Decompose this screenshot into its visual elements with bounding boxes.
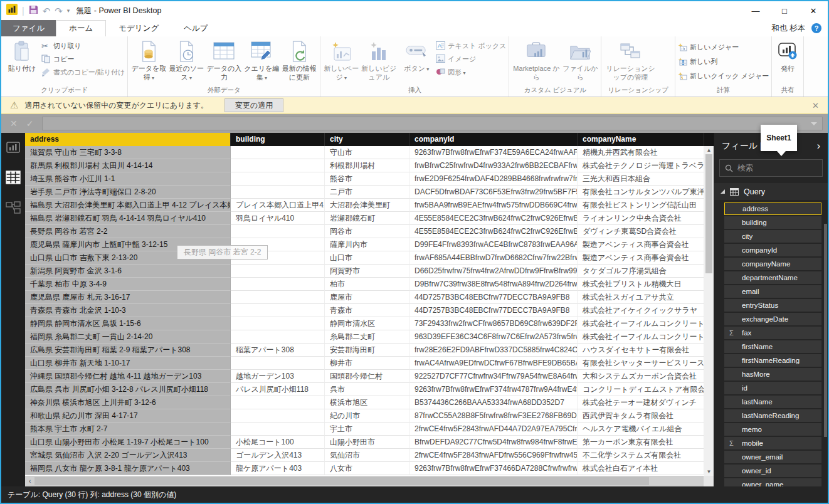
cell-city[interactable]: 柳井市 [325,357,409,370]
formula-expand-icon[interactable] [811,122,817,125]
vertical-scrollbar[interactable]: ▲ ▼ [704,146,714,476]
cell-companyId[interactable]: DACF5DfrwBDAF73C6F53Efrw3frw29frw5BF7F5D [409,186,578,199]
refresh-button[interactable]: 最新の情報に更新 [281,38,317,82]
cell-city[interactable]: 呉市 [325,383,409,396]
cell-companyId[interactable]: BfrwDEFDA92C77Cfrw5D4frw8frw984frwF8frwE… [409,436,578,449]
model-view-button[interactable] [6,201,21,214]
cell-companyName[interactable]: 三光大和西日本組合 [578,172,704,186]
vertical-scroll-thumb[interactable] [705,154,712,273]
new-page-button[interactable]: 新しいページ [323,38,359,82]
cell-city[interactable]: 宇土市 [325,423,409,436]
cell-companyId[interactable]: 2frwCE4frw5F2843frwAFDfrw556C969Ffrwfrw4… [409,449,578,462]
new-column-button[interactable]: 新しい列 [678,56,769,67]
tab-file[interactable]: ファイル [1,20,56,36]
cell-companyName[interactable]: ダヴィンチ東葛SD合資会社 [578,225,704,238]
cell-companyName[interactable]: 有限会社ピストンリング信託山田 [578,199,704,212]
help-icon[interactable]: ? [811,23,821,33]
cell-city[interactable]: 利根郡川場村 [325,159,409,172]
cell-city[interactable]: 山陽小野田市 [325,436,409,449]
cell-building[interactable]: 羽鳥ロイヤル410 [231,212,325,225]
scroll-up-icon[interactable]: ▲ [707,147,712,153]
cell-companyId[interactable]: D66D25frwfrw75frw4frw2AfrwDDfrw9FfrwBfrw… [409,265,578,278]
field-item-hasMore[interactable]: hasMore [724,368,821,381]
format-painter-button[interactable]: 書式のコピー/貼り付け [41,67,125,78]
new-quick-measure-button[interactable]: 新しいクイック メジャー [678,71,769,81]
cell-building[interactable]: 龍ケ原アパート403 [231,462,325,475]
tab-modeling[interactable]: モデリング [106,20,171,36]
scroll-left-icon[interactable]: ‹ [25,478,34,485]
cell-address[interactable]: 滋賀県 守山市 三宅町 3-3-8 [25,146,231,159]
field-item-email[interactable]: email [724,285,821,298]
tab-help[interactable]: ヘルプ [171,20,220,36]
cell-companyName[interactable]: ヘルスケア電機バイエル組合 [578,423,704,436]
minimize-button[interactable]: — [741,1,770,20]
field-item-owner_name[interactable]: owner_name [724,478,821,486]
field-search-input[interactable]: 検索 [719,159,823,177]
field-item-owner_email[interactable]: owner_email [724,451,821,463]
new-visual-button[interactable]: 新しいビジュアル [361,38,397,82]
cell-companyName[interactable]: 有限会社シヤッターサービスリース [578,357,704,370]
cell-city[interactable]: 糸島郡二丈町 [325,330,409,344]
field-item-fax[interactable]: Σfax [724,327,821,339]
cell-city[interactable]: 国頭郡今帰仁村 [325,370,409,383]
cell-address[interactable]: 青森県 青森市 北金沢 1-10-3 [25,304,231,317]
cell-companyName[interactable]: 西武伊賀キタムラ有限会社 [578,409,704,423]
cell-city[interactable]: 岡谷市 [325,225,409,238]
field-item-id[interactable]: id [724,382,821,394]
cell-companyId[interactable]: 9263frw7Bfrw8frwEfrwF374frw4787frw9A4frw… [409,383,578,396]
cell-companyId[interactable]: 9263frw7Bfrw8frwEfrwF37466DA7288Cfrwfrwf… [409,462,578,475]
cell-address[interactable]: 広島県 安芸郡海田町 稲葉 2-9 稲葉アパート308 [25,344,231,357]
cell-address[interactable]: 埼玉県 熊谷市 小江川 1-1 [25,172,231,186]
cell-companyName[interactable]: ハウスダイセキサトー有限会社 [578,344,704,357]
cell-companyName[interactable]: タケダゴルフ序湯気組合 [578,265,704,278]
field-item-departmentName[interactable]: departmentName [724,271,821,284]
cell-companyId[interactable]: 963D39EFE36C34C6F8frw7C6Efrw2A573frw5frw [409,330,578,344]
cell-address[interactable]: 和歌山県 紀の川市 深田 4-17-17 [25,409,231,423]
apply-changes-button[interactable]: 変更の適用 [224,98,283,112]
collapse-panel-icon[interactable]: › [817,141,820,151]
formula-input[interactable] [42,117,823,130]
paste-button[interactable]: 貼り付け [4,38,40,73]
image-button[interactable]: イメージ [436,54,506,65]
cell-building[interactable] [231,330,325,344]
cell-companyId[interactable]: frw5BAA9frwB9EAEfrw4frw575frwDDB669C4frw… [409,199,578,212]
cell-building[interactable] [231,225,325,238]
cell-companyName[interactable]: 株式会社テーオー建材ダヴィンチ [578,396,704,409]
new-measure-button[interactable]: 新しいメジャー [678,42,769,53]
cell-building[interactable] [231,317,325,330]
cell-building[interactable] [231,357,325,370]
cell-companyId[interactable]: frwE2D9F6254frwDAF4D289BB4668frwfrwfrw7f… [409,172,578,186]
cell-city[interactable]: 鹿屋市 [325,291,409,304]
cell-companyId[interactable]: B5374436C266BAAA53334frwA68DD352D7 [409,396,578,409]
cut-button[interactable]: ✂ 切り取り [41,41,125,51]
cell-city[interactable]: 紀の川市 [325,409,409,423]
field-item-companyName[interactable]: companyName [724,258,821,270]
manage-relationships-button[interactable]: リレーションシップの管理 [604,38,657,82]
cell-companyName[interactable]: ライオンリンク中央合資会社 [578,212,704,225]
cell-address[interactable]: 広島県 呉市 川尻町小畑 3-12-8 パレス川尻町小畑118 [25,383,231,396]
cell-building[interactable]: ゴールデン入沢413 [231,449,325,462]
tab-home[interactable]: ホーム [56,20,106,36]
text-box-button[interactable]: A テキスト ボックス [436,41,506,51]
cell-building[interactable] [231,409,325,423]
cell-address[interactable]: 熊本県 宇土市 水町 2-7 [25,423,231,436]
cell-city[interactable]: 大沼郡会津美里町 [325,199,409,212]
cell-companyName[interactable]: コンクリートディエムストア有限会社 [578,383,704,396]
cell-companyId[interactable]: 4E55E8584ECE2C3frwB624frwC2frwC926EfrwBB [409,212,578,225]
field-item-firstName[interactable]: firstName [724,340,821,353]
cell-companyId[interactable]: 922527D7CF77Cfrwfrw34Ffrw79A54frwE8A64fr… [409,370,578,383]
fields-scrollbar-thumb[interactable] [824,224,827,437]
cell-companyName[interactable]: 製造アベンティス商事合資会社 [578,238,704,251]
cell-companyName[interactable]: 株式会社テクノロジー海運トラベラー [578,159,704,172]
cell-city[interactable]: 二戸市 [325,186,409,199]
field-item-mobile[interactable]: Σmobile [724,437,821,449]
cell-companyName[interactable]: 株式会社白石アイ本社 [578,462,704,475]
cell-building[interactable]: パレス川尻町小畑118 [231,383,325,396]
cell-address[interactable]: 福島県 大沼郡会津美里町 本郷入口道上甲 4-12 プレイス本郷入口道上甲415 [25,199,231,212]
cell-companyName[interactable]: 製造アベンティス商事合資会社 [578,251,704,265]
cell-address[interactable]: 岩手県 二戸市 浄法寺町端保口 2-8-20 [25,186,231,199]
field-item-city[interactable]: city [724,230,821,243]
cell-city[interactable]: 熊谷市 [325,172,409,186]
cell-companyId[interactable]: frwAF685A44EBBfrwD7frwD6682Cfrw7frw22Bfr… [409,251,578,265]
cell-city[interactable]: 柏市 [325,278,409,291]
